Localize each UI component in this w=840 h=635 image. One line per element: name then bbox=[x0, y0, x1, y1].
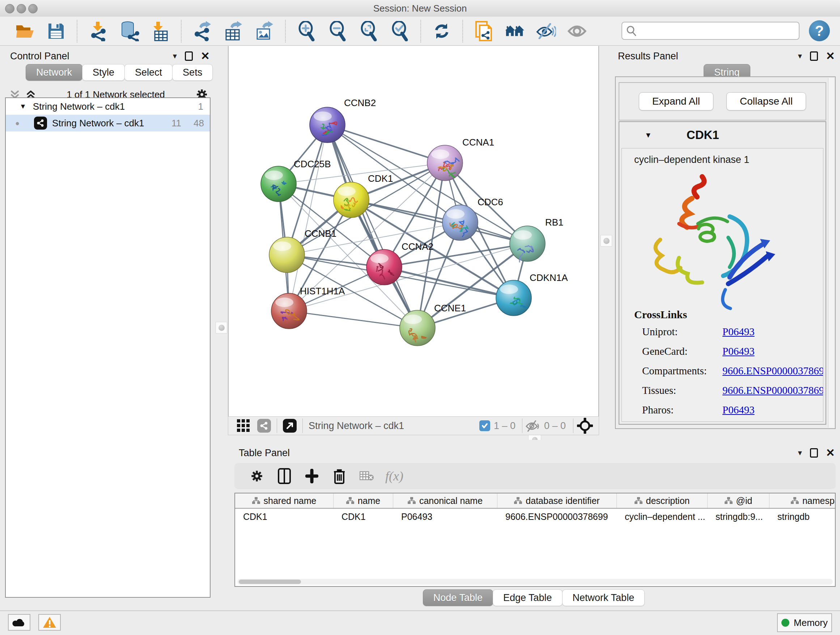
panel-menu-icon[interactable]: ▾ bbox=[173, 52, 177, 60]
table-settings-button[interactable] bbox=[248, 467, 266, 486]
network-node-RB1[interactable]: RB1 bbox=[510, 217, 564, 262]
table-cell[interactable]: P06493 bbox=[393, 509, 497, 524]
right-splitter-grip[interactable] bbox=[600, 235, 612, 247]
network-canvas[interactable]: CCNB2CCNA1CDC25BCDK1CDC6RB1CCNB1CCNA2CDK… bbox=[228, 46, 599, 416]
network-node-CCNB1[interactable]: CCNB1 bbox=[269, 228, 336, 272]
network-row[interactable]: ● String Network – cdk1 11 48 bbox=[6, 115, 210, 131]
export-table-button[interactable] bbox=[223, 20, 243, 42]
birdseye-grid-button[interactable] bbox=[234, 416, 253, 435]
help-button[interactable]: ? bbox=[809, 20, 830, 41]
search-input[interactable] bbox=[637, 25, 795, 37]
network-node-CCNA1[interactable]: CCNA1 bbox=[427, 137, 494, 181]
column-header-canonical-name[interactable]: canonical name bbox=[393, 494, 497, 508]
delete-column-button[interactable] bbox=[330, 467, 349, 486]
left-splitter[interactable] bbox=[214, 46, 228, 599]
tab-node-table[interactable]: Node Table bbox=[423, 589, 493, 606]
function-builder-button[interactable]: f(x) bbox=[385, 467, 404, 486]
apply-layout-button[interactable] bbox=[431, 20, 452, 42]
network-from-selection-button[interactable] bbox=[474, 20, 494, 42]
scrollbar-thumb[interactable] bbox=[239, 580, 301, 584]
network-node-CDK1[interactable]: CDK1 bbox=[333, 173, 393, 218]
panel-menu-icon[interactable]: ▾ bbox=[798, 52, 802, 60]
tab-edge-table[interactable]: Edge Table bbox=[493, 589, 562, 606]
results-vertical-scrollbar[interactable] bbox=[828, 78, 834, 428]
collapse-all-button[interactable]: Collapse All bbox=[726, 92, 806, 111]
export-image-button[interactable] bbox=[254, 20, 275, 42]
import-network-from-database-button[interactable] bbox=[119, 20, 139, 42]
table-cell[interactable]: cyclin–dependent ... bbox=[617, 509, 707, 524]
network-edge[interactable] bbox=[327, 125, 445, 163]
node-table[interactable]: shared namenamecanonical namedatabase id… bbox=[234, 493, 836, 587]
window-title: Session: New Session bbox=[0, 0, 840, 17]
close-panel-icon[interactable]: ✕ bbox=[201, 51, 210, 62]
crosslink-uniprot-link[interactable]: P06493 bbox=[722, 326, 755, 338]
open-session-button[interactable] bbox=[15, 20, 35, 42]
network-node-CDC25B[interactable]: CDC25B bbox=[261, 158, 331, 202]
float-panel-icon[interactable] bbox=[810, 448, 818, 458]
table-horizontal-scrollbar[interactable] bbox=[237, 579, 833, 585]
network-node-CDC6[interactable]: CDC6 bbox=[442, 196, 503, 241]
zoom-selected-button[interactable] bbox=[390, 20, 410, 42]
export-network-button[interactable] bbox=[192, 20, 212, 42]
close-panel-icon[interactable]: ✕ bbox=[826, 448, 835, 458]
network-node-HIST1H1A[interactable]: HIST1H1A bbox=[271, 286, 345, 329]
crosslink-tissues-link[interactable]: 9606.ENSP00000378699 bbox=[722, 385, 823, 396]
crosslink-genecard-link[interactable]: P06493 bbox=[722, 345, 755, 357]
network-node-CDKN1A[interactable]: CDKN1A bbox=[496, 272, 568, 316]
network-collection-row[interactable]: ▼ String Network – cdk1 1 bbox=[6, 98, 210, 115]
import-table-from-file-button[interactable] bbox=[150, 20, 171, 42]
table-cell[interactable]: CDK1 bbox=[235, 509, 333, 524]
float-panel-icon[interactable] bbox=[810, 51, 818, 61]
tab-sets[interactable]: Sets bbox=[172, 64, 213, 81]
search-box[interactable] bbox=[622, 22, 799, 40]
column-header--id[interactable]: @id bbox=[707, 494, 769, 508]
left-splitter-grip[interactable] bbox=[216, 322, 227, 333]
fit-content-button[interactable] bbox=[358, 20, 379, 42]
panel-menu-icon[interactable]: ▾ bbox=[798, 449, 802, 457]
cloud-status-button[interactable] bbox=[8, 614, 30, 631]
right-splitter[interactable] bbox=[599, 46, 613, 435]
tab-network-table[interactable]: Network Table bbox=[562, 589, 645, 606]
show-columns-button[interactable] bbox=[275, 467, 294, 486]
tab-style[interactable]: Style bbox=[82, 64, 125, 81]
table-cell[interactable]: stringdb bbox=[769, 509, 836, 524]
tree-expander-icon[interactable]: ▼ bbox=[19, 103, 27, 111]
string-view-chip[interactable] bbox=[257, 419, 271, 432]
import-network-from-file-button[interactable] bbox=[88, 20, 108, 42]
column-header-namespace[interactable]: namespace bbox=[769, 494, 836, 508]
table-cell[interactable]: 9606.ENSP00000378699 bbox=[497, 509, 617, 524]
column-header-name[interactable]: name bbox=[333, 494, 393, 508]
show-all-button[interactable] bbox=[567, 20, 587, 42]
column-header-description[interactable]: description bbox=[617, 494, 707, 508]
hide-selected-button[interactable] bbox=[536, 20, 556, 42]
zoom-in-button[interactable] bbox=[296, 20, 317, 42]
zoom-out-button[interactable] bbox=[327, 20, 347, 42]
crosslink-pharos-link[interactable]: P06493 bbox=[722, 404, 755, 416]
network-edge[interactable] bbox=[327, 125, 417, 328]
clear-table-button[interactable] bbox=[357, 467, 376, 486]
tab-network[interactable]: Network bbox=[26, 64, 82, 81]
add-column-button[interactable] bbox=[302, 467, 321, 486]
float-panel-icon[interactable] bbox=[185, 51, 193, 61]
close-panel-icon[interactable]: ✕ bbox=[826, 51, 835, 62]
memory-button[interactable]: Memory bbox=[777, 613, 832, 632]
network-graph[interactable]: CCNB2CCNA1CDC25BCDK1CDC6RB1CCNB1CCNA2CDK… bbox=[229, 46, 598, 416]
open-in-window-button[interactable] bbox=[283, 419, 297, 432]
crosshair-icon[interactable] bbox=[577, 418, 593, 434]
table-cell[interactable]: stringdb:9... bbox=[707, 509, 769, 524]
table-cell[interactable]: CDK1 bbox=[333, 509, 393, 524]
save-session-button[interactable] bbox=[46, 20, 66, 42]
app-window: Session: New Session bbox=[0, 0, 840, 635]
tab-select[interactable]: Select bbox=[125, 64, 172, 81]
selected-checkbox-icon[interactable] bbox=[479, 420, 490, 431]
first-neighbors-button[interactable] bbox=[505, 20, 525, 42]
table-row[interactable]: CDK1CDK1P064939606.ENSP00000378699cyclin… bbox=[235, 509, 836, 524]
toolbar-separator bbox=[285, 20, 286, 42]
column-header-shared-name[interactable]: shared name bbox=[235, 494, 333, 508]
network-edge[interactable] bbox=[289, 311, 417, 328]
crosslink-compartments-link[interactable]: 9606.ENSP00000378699 bbox=[722, 365, 823, 377]
expand-all-button[interactable]: Expand All bbox=[639, 92, 714, 111]
warning-status-button[interactable] bbox=[38, 614, 61, 631]
column-header-database-identifier[interactable]: database identifier bbox=[497, 494, 617, 508]
section-expander-icon[interactable]: ▼ bbox=[645, 131, 652, 139]
